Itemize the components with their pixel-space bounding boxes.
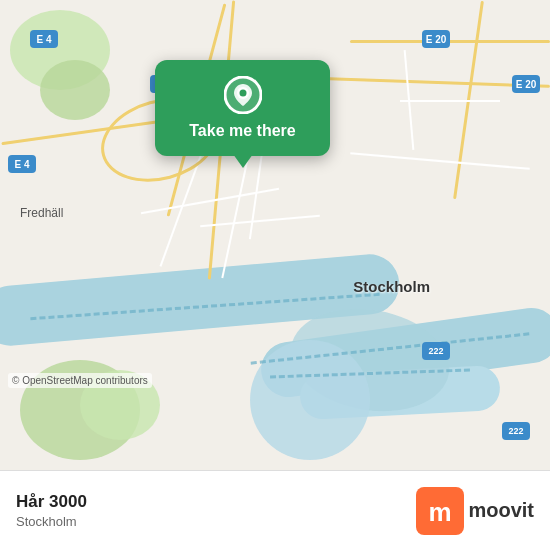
city-label: Stockholm	[353, 278, 430, 295]
road-label-222: 222	[422, 342, 450, 360]
road-label-e20: E 20	[512, 75, 540, 93]
copyright-notice: © OpenStreetMap contributors	[8, 373, 152, 388]
area-label: Fredhäll	[20, 206, 63, 220]
svg-text:m: m	[429, 497, 452, 527]
road-label-e4: E 4	[30, 30, 58, 48]
road-label-e20: E 20	[422, 30, 450, 48]
moovit-icon: m	[416, 487, 464, 535]
location-pin-icon	[224, 76, 262, 114]
park-area	[40, 60, 110, 120]
moovit-logo: m moovit	[416, 487, 534, 535]
take-me-there-button[interactable]: Take me there	[155, 60, 330, 156]
location-name: Hår 3000	[16, 492, 87, 512]
map-container: E 4 E 4 E 4 E 20 E 20 222 222 Stockholm …	[0, 0, 550, 470]
bottom-bar: Hår 3000 Stockholm m moovit	[0, 470, 550, 550]
popup-button-label: Take me there	[189, 122, 295, 140]
location-city: Stockholm	[16, 514, 87, 529]
road-label-222: 222	[502, 422, 530, 440]
highway-road	[350, 40, 550, 43]
moovit-text: moovit	[468, 499, 534, 522]
road-label-e4: E 4	[8, 155, 36, 173]
road-line	[400, 100, 500, 102]
location-info: Hår 3000 Stockholm	[16, 492, 87, 529]
svg-point-2	[239, 90, 246, 97]
